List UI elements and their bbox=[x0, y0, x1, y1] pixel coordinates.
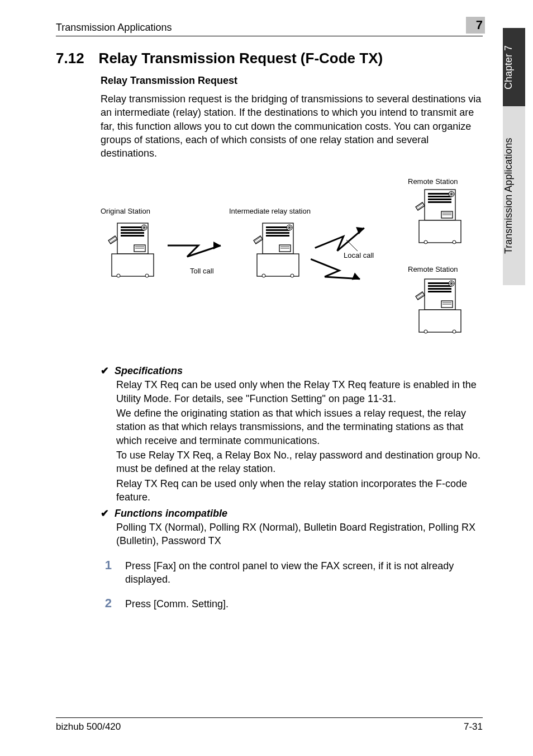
step-row: 1 Press [Fax] on the control panel to vi… bbox=[101, 558, 483, 587]
spec-heading-row: ✔ Specifications bbox=[101, 365, 483, 377]
section-number: 7.12 bbox=[56, 50, 84, 67]
label-toll-call: Toll call bbox=[190, 267, 214, 275]
step-text: Press [Fax] on the control panel to view… bbox=[125, 559, 483, 587]
chapter-badge: 7 bbox=[466, 17, 485, 34]
footer-left: bizhub 500/420 bbox=[56, 721, 121, 733]
step-number: 1 bbox=[101, 558, 112, 573]
step-number: 2 bbox=[101, 596, 112, 611]
section-title-text: Relay Transmission Request (F-Code TX) bbox=[99, 50, 383, 67]
side-tab-chapter: Chapter 7 bbox=[503, 28, 525, 106]
page: Transmission Applications 7 7.12 Relay T… bbox=[0, 0, 533, 756]
printer-icon bbox=[108, 223, 154, 277]
check-icon: ✔ bbox=[101, 365, 109, 377]
subheading: Relay Transmission Request bbox=[101, 75, 483, 87]
intro-paragraph: Relay transmission request is the bridgi… bbox=[101, 92, 483, 160]
arrow-icon bbox=[168, 242, 221, 257]
printer-icon bbox=[254, 223, 299, 277]
spec-paragraph: We define the originating station as tha… bbox=[116, 407, 483, 447]
footer-right: 7-31 bbox=[464, 721, 483, 733]
printer-icon bbox=[416, 279, 461, 333]
label-remote-top: Remote Station bbox=[408, 177, 458, 186]
page-header: Transmission Applications 7 bbox=[56, 17, 483, 36]
func-paragraph: Polling TX (Normal), Polling RX (Normal)… bbox=[116, 521, 483, 548]
page-footer: bizhub 500/420 7-31 bbox=[56, 717, 483, 733]
arrow-icon bbox=[307, 256, 361, 290]
header-title: Transmission Applications bbox=[56, 22, 172, 34]
label-remote-bottom: Remote Station bbox=[408, 265, 458, 273]
spec-paragraph: Relay TX Req can be used only when the r… bbox=[116, 477, 483, 504]
side-tab-section: Transmission Applications bbox=[503, 106, 525, 285]
spec-paragraph: Relay TX Req can be used only when the R… bbox=[116, 378, 483, 405]
relay-diagram: Original Station Intermediate relay stat… bbox=[89, 176, 492, 349]
steps-list: 1 Press [Fax] on the control panel to vi… bbox=[101, 558, 483, 611]
func-heading: Functions incompatible bbox=[115, 508, 227, 519]
label-intermediate: Intermediate relay station bbox=[229, 207, 311, 215]
spec-heading: Specifications bbox=[115, 365, 183, 377]
spec-paragraph: To use Relay TX Req, a Relay Box No., re… bbox=[116, 448, 483, 476]
specifications-block: ✔ Specifications Relay TX Req can be use… bbox=[101, 365, 483, 547]
func-heading-row: ✔ Functions incompatible bbox=[101, 507, 483, 519]
svg-line-13 bbox=[346, 240, 358, 251]
label-local-call: Local call bbox=[344, 251, 374, 259]
label-original-station: Original Station bbox=[101, 207, 150, 215]
step-row: 2 Press [Comm. Setting]. bbox=[101, 596, 483, 611]
check-icon: ✔ bbox=[101, 507, 109, 519]
printer-icon bbox=[416, 190, 461, 244]
step-text: Press [Comm. Setting]. bbox=[125, 597, 483, 611]
section-heading: 7.12 Relay Transmission Request (F-Code … bbox=[56, 50, 483, 67]
